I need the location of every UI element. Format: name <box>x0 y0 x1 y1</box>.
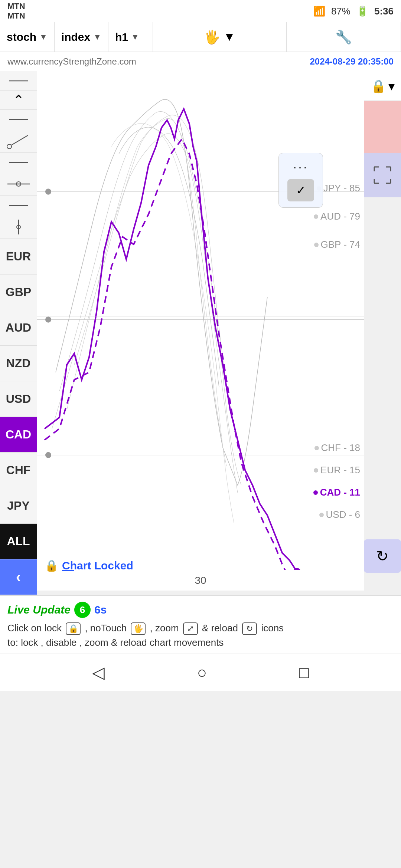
svg-point-2 <box>7 144 12 149</box>
tool-line4 <box>0 196 37 215</box>
lock-dropdown-button[interactable]: 🔒 ▾ <box>364 71 401 101</box>
tool-midpoint-line[interactable] <box>0 172 37 196</box>
hand-tool-button[interactable]: 🖐 ▼ <box>153 22 287 52</box>
currency-usd[interactable]: USD <box>0 381 37 417</box>
currency-aud[interactable]: AUD <box>0 310 37 346</box>
hand-arrow: ▼ <box>224 30 235 44</box>
instructions-text2: to: lock , disable , zoom & reload chart… <box>7 637 224 648</box>
right-panel: 🔒 ▾ ↻ <box>364 71 401 595</box>
left-sidebar: ⌃ EUR <box>0 71 37 595</box>
eur-label: EUR - 15 <box>314 464 360 476</box>
cad-label: CAD - 11 <box>313 487 360 498</box>
chevron-down-icon: ▾ <box>388 79 395 93</box>
popup-menu: ··· ✓ <box>278 153 323 208</box>
svg-line-3 <box>12 135 28 145</box>
lock-instruction-icon: 🔒 <box>66 622 81 635</box>
battery-percent: 87% <box>331 6 351 17</box>
currency-nzd[interactable]: NZD <box>0 346 37 381</box>
timeframe-label: h1 <box>115 31 128 43</box>
battery-icon: 🔋 <box>356 6 368 17</box>
tool-line3 <box>0 153 37 172</box>
jpy-label: JPY - 85 <box>317 183 360 194</box>
reload-button[interactable]: ↻ <box>364 539 401 573</box>
currency-jpy[interactable]: JPY <box>0 488 37 524</box>
tool-diagonal-line[interactable] <box>0 129 37 153</box>
popup-check-button[interactable]: ✓ <box>287 179 314 201</box>
currency-chf[interactable]: CHF <box>0 453 37 488</box>
timeframe-dropdown[interactable]: h1 ▼ <box>108 22 153 52</box>
chart-main: JPY - 85 AUD - 79 GBP - 74 CHF - 18 EUR … <box>37 71 364 591</box>
live-instructions: Click on lock 🔒 , noTouch 🖐 , zoom ⤢ & r… <box>7 621 394 650</box>
signal-icon: 📶 <box>313 6 325 17</box>
live-count: 6 <box>74 602 91 618</box>
lock-icon: 🔒 <box>45 559 58 572</box>
currency-gbp[interactable]: GBP <box>0 274 37 310</box>
status-bar: MTN MTN 📶 87% 🔋 5:36 <box>0 0 401 22</box>
chf-label: CHF - 18 <box>314 442 360 454</box>
nav-back-button[interactable]: ◁ <box>92 663 105 682</box>
settings-icon: 🔧 <box>335 29 352 45</box>
index-dropdown[interactable]: index ▼ <box>55 22 108 52</box>
index-arrow: ▼ <box>93 32 101 42</box>
zoom-instruction-icon: ⤢ <box>183 622 198 635</box>
bottom-number: 30 <box>74 570 327 591</box>
currency-cad[interactable]: CAD <box>0 417 37 453</box>
chart-purple-dashed-svg <box>37 71 364 591</box>
pink-panel <box>364 101 401 153</box>
reload-icon: ↻ <box>376 548 389 565</box>
stoch-dropdown[interactable]: stoch ▼ <box>0 22 55 52</box>
website-date: 2024-08-29 20:35:00 <box>310 56 394 67</box>
aud-label: AUD - 79 <box>314 211 360 222</box>
gbp-label: GBP - 74 <box>314 239 360 250</box>
hand-icon: 🖐 <box>204 29 221 45</box>
popup-dots-button[interactable]: ··· <box>293 159 309 175</box>
tool-vertical[interactable] <box>0 215 37 239</box>
index-label: index <box>61 31 90 43</box>
live-seconds: 6s <box>94 604 107 616</box>
midline <box>37 316 364 316</box>
toolbar: stoch ▼ index ▼ h1 ▼ 🖐 ▼ 🔧 <box>0 22 401 52</box>
live-update-label: Live Update <box>7 604 71 616</box>
nav-recent-button[interactable]: □ <box>299 663 309 682</box>
carrier-info: MTN MTN <box>7 1 25 21</box>
status-right: 📶 87% 🔋 5:36 <box>313 6 394 17</box>
expand-button[interactable] <box>364 153 401 197</box>
stoch-arrow: ▼ <box>39 32 48 42</box>
tool-chevron[interactable]: ⌃ <box>0 91 37 110</box>
stoch-label: stoch <box>7 31 36 43</box>
notouch-instruction-icon: 🖐 <box>131 622 146 635</box>
settings-button[interactable]: 🔧 <box>287 22 401 52</box>
currency-nav-back[interactable]: ‹ <box>0 559 37 595</box>
website-url: www.currencyStrengthZone.com <box>7 56 136 67</box>
nav-home-button[interactable]: ○ <box>197 663 207 682</box>
timeframe-arrow: ▼ <box>131 32 139 42</box>
tool-line2 <box>0 110 37 129</box>
currency-all[interactable]: ALL <box>0 524 37 559</box>
usd-label: USD - 6 <box>319 509 360 520</box>
reload-instruction-icon: ↻ <box>242 622 257 635</box>
lock-icon-right: 🔒 <box>371 79 386 93</box>
nav-bar: ◁ ○ □ <box>0 654 401 691</box>
currency-eur[interactable]: EUR <box>0 239 37 274</box>
website-bar: www.currencyStrengthZone.com 2024-08-29 … <box>0 52 401 71</box>
clock: 5:36 <box>374 6 394 17</box>
tool-line <box>0 71 37 91</box>
live-update-bar: Live Update 6 6s Click on lock 🔒 , noTou… <box>0 595 401 654</box>
